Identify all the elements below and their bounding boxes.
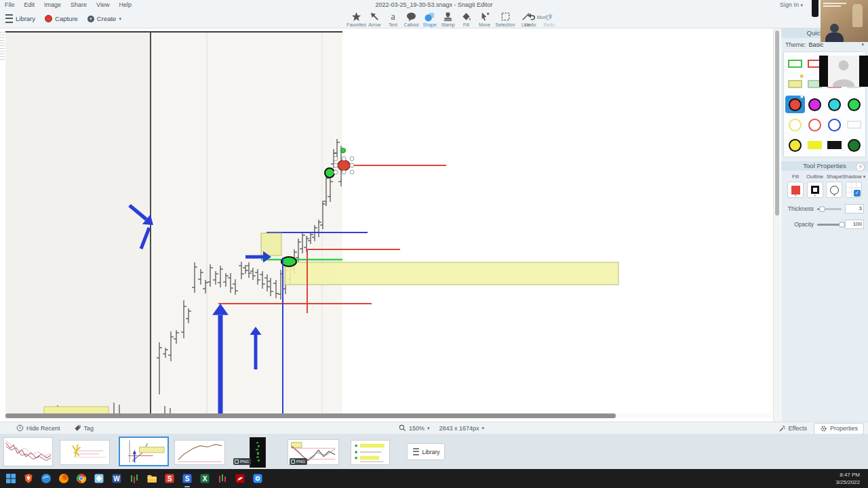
menu-view[interactable]: View — [92, 1, 114, 8]
undo-button[interactable]: Undo — [521, 10, 539, 27]
selection-handle[interactable] — [350, 163, 354, 167]
tool-text[interactable]: aText — [384, 10, 401, 27]
file-explorer-icon[interactable] — [145, 472, 159, 485]
excel-icon[interactable]: X — [198, 472, 212, 485]
tool-move[interactable]: Move — [476, 10, 493, 27]
menu-file[interactable]: File — [0, 1, 20, 8]
pillarbox-bar — [819, 56, 828, 87]
selection-handle[interactable] — [342, 157, 346, 161]
quick-style-swatch-1[interactable] — [785, 55, 805, 73]
firefox-icon[interactable] — [57, 472, 71, 485]
swatch-shape — [828, 119, 841, 131]
menu-image[interactable]: Image — [39, 1, 66, 8]
snagit-editor-icon[interactable]: S — [180, 472, 194, 485]
zoom-control[interactable]: 150% ▾ — [399, 424, 430, 432]
tool-arrow[interactable]: Arrow — [366, 10, 383, 27]
recent-capture-7[interactable] — [351, 440, 390, 465]
menu-edit[interactable]: Edit — [20, 1, 40, 8]
recent-capture-2[interactable] — [60, 440, 110, 465]
green-circle-marker[interactable] — [325, 168, 334, 178]
shadow-button[interactable]: ✓ — [846, 182, 862, 198]
opacity-slider-thumb[interactable] — [839, 222, 845, 228]
recent-capture-5[interactable] — [250, 437, 266, 468]
fill-color-button[interactable]: ▾ — [787, 182, 804, 198]
snagit-capture-icon[interactable]: S — [163, 472, 176, 485]
selection-handle[interactable] — [334, 170, 338, 174]
plus-icon: + — [87, 16, 94, 22]
tag-button[interactable]: Tag — [74, 424, 94, 432]
tool-selection[interactable]: Selection — [494, 10, 516, 27]
thickness-slider-thumb[interactable] — [819, 206, 825, 212]
quick-style-swatch-12[interactable] — [844, 96, 864, 113]
sign-in-button[interactable]: Sign In ▾ — [780, 1, 803, 8]
selection-handle[interactable] — [334, 157, 338, 161]
tool-favorites[interactable]: Favorites — [348, 10, 365, 27]
horizontal-scrollbar[interactable] — [5, 413, 772, 418]
editor-canvas[interactable] — [0, 28, 781, 422]
quick-style-swatch-18[interactable] — [805, 136, 825, 154]
edge-icon[interactable] — [39, 472, 53, 485]
quick-style-swatch-19[interactable] — [825, 136, 844, 154]
recent-capture-3[interactable] — [119, 436, 169, 466]
quick-style-swatch-11[interactable] — [825, 96, 844, 113]
effects-button[interactable]: Effects — [778, 425, 807, 432]
thickness-slider[interactable] — [817, 208, 842, 210]
shadow-checkbox[interactable]: ✓ — [854, 190, 861, 197]
green-dot-marker[interactable] — [341, 148, 346, 153]
quick-style-swatch-16[interactable] — [844, 116, 864, 134]
menu-share[interactable]: Share — [66, 1, 92, 8]
start-button[interactable] — [4, 472, 18, 485]
shape-style-button[interactable]: ▾ — [826, 182, 842, 198]
quick-style-swatch-15[interactable] — [825, 116, 844, 134]
tool-shape[interactable]: Shape — [421, 10, 438, 27]
selection-handle[interactable] — [342, 170, 346, 174]
brave-icon[interactable] — [22, 472, 35, 485]
quick-style-swatch-10[interactable] — [805, 96, 825, 113]
taskbar-clock[interactable]: 8:47 PM 3/25/2022 — [835, 472, 860, 487]
library-button[interactable]: Library — [5, 14, 35, 23]
create-button[interactable]: + Create ▾ — [87, 15, 121, 22]
word-icon[interactable]: W — [110, 472, 123, 485]
hide-recent-button[interactable]: Hide Recent — [16, 424, 60, 432]
recent-capture-4[interactable] — [174, 440, 225, 465]
theme-dropdown[interactable]: Basic ▾ — [809, 41, 864, 48]
quick-style-swatch-9[interactable]: ★ — [785, 96, 805, 113]
tool-stamp[interactable]: Stamp — [439, 10, 456, 27]
opacity-slider[interactable] — [817, 224, 842, 226]
vertical-scrollbar-thumb[interactable] — [775, 30, 779, 216]
quick-style-swatch-17[interactable] — [785, 136, 805, 154]
camera-app-icon[interactable] — [251, 472, 264, 485]
recent-capture-1[interactable] — [3, 437, 53, 466]
quick-style-swatch-5[interactable]: ★ — [785, 75, 805, 93]
photos-icon[interactable] — [92, 472, 106, 485]
properties-button[interactable]: Properties — [814, 423, 864, 434]
help-button[interactable]: ? — [856, 163, 865, 171]
quick-style-swatch-13[interactable] — [785, 116, 805, 134]
selection-handle[interactable] — [334, 163, 338, 167]
selection-handle[interactable] — [350, 157, 354, 161]
selected-red-ellipse[interactable] — [338, 161, 350, 171]
tray-library-button[interactable]: Library — [407, 443, 445, 460]
chrome-icon[interactable] — [75, 472, 88, 485]
opacity-value[interactable]: 100 — [845, 220, 864, 229]
tool-fill[interactable]: Fill — [458, 10, 475, 27]
webcam-caption-line — [823, 5, 841, 7]
menu-help[interactable]: Help — [114, 1, 136, 8]
trading-platform-icon[interactable] — [127, 472, 141, 485]
highlight-box-large[interactable] — [285, 262, 618, 285]
thickness-value[interactable]: 3 — [845, 204, 864, 214]
acrobat-icon[interactable] — [233, 472, 247, 485]
redo-button[interactable]: Redo — [540, 10, 558, 27]
horizontal-scrollbar-thumb[interactable] — [5, 413, 616, 418]
canvas-size-control[interactable]: 2843 x 1674px ▾ — [439, 425, 485, 432]
quick-style-swatch-14[interactable] — [805, 116, 825, 134]
selection-handle[interactable] — [350, 170, 354, 174]
tool-callout[interactable]: Callout — [403, 10, 420, 27]
quick-style-swatch-20[interactable] — [844, 136, 864, 154]
capture-button[interactable]: Capture — [45, 15, 78, 22]
vertical-scrollbar[interactable] — [773, 28, 781, 422]
outline-button[interactable]: ▾ — [807, 182, 823, 198]
green-ellipse-marker[interactable] — [281, 257, 296, 266]
trading-chart-icon[interactable] — [216, 472, 229, 485]
chart-image[interactable] — [0, 28, 773, 422]
